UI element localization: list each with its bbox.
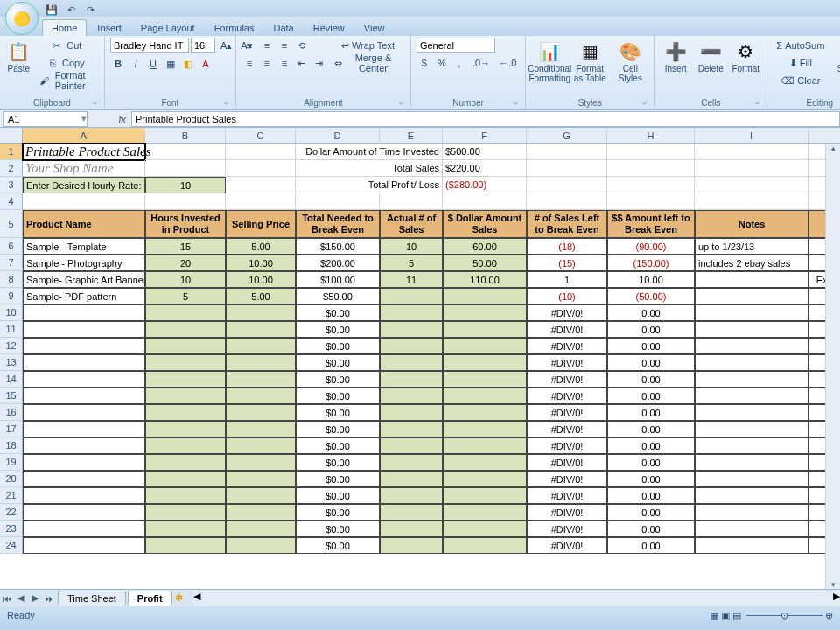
sheet-nav-first[interactable]: ⏮ — [0, 593, 14, 604]
cell[interactable]: Sample - Template — [23, 238, 145, 255]
cell[interactable]: $50.00 — [296, 288, 380, 304]
cell[interactable] — [380, 193, 443, 210]
row-header-24[interactable]: 24 — [0, 537, 23, 554]
cell[interactable] — [380, 354, 443, 371]
cell[interactable] — [695, 193, 808, 210]
cell[interactable] — [695, 177, 808, 193]
cell[interactable]: (18) — [527, 238, 607, 255]
cell[interactable] — [443, 487, 527, 504]
cell[interactable]: #DIV/0! — [527, 388, 607, 404]
cell[interactable] — [443, 521, 527, 537]
font-color-button[interactable]: A — [198, 56, 214, 72]
cell[interactable] — [443, 504, 527, 521]
formula-bar[interactable]: Printable Product Sales — [131, 111, 840, 127]
increase-decimal-button[interactable]: .0→ — [469, 55, 494, 71]
cell[interactable] — [23, 404, 145, 421]
row-header-5[interactable]: 5 — [0, 210, 23, 238]
new-sheet-button[interactable]: ✱ — [172, 592, 186, 604]
cell[interactable] — [443, 471, 527, 487]
cell[interactable] — [226, 421, 296, 438]
undo-icon[interactable]: ↶ — [63, 2, 79, 18]
cell[interactable] — [695, 454, 808, 471]
row-header-23[interactable]: 23 — [0, 521, 23, 537]
row-header-15[interactable]: 15 — [0, 388, 23, 404]
cell[interactable] — [695, 160, 808, 177]
cell[interactable]: 11 — [380, 271, 443, 288]
cell[interactable]: Notes — [695, 210, 808, 238]
cell[interactable]: ($280.00) — [443, 177, 527, 193]
row-header-6[interactable]: 6 — [0, 238, 23, 255]
cell[interactable] — [443, 404, 527, 421]
grow-font-button[interactable]: A▴ — [217, 38, 235, 53]
column-header-A[interactable]: A — [23, 128, 145, 144]
cell[interactable] — [226, 537, 296, 554]
cell[interactable] — [226, 160, 296, 177]
vertical-scrollbar[interactable] — [825, 144, 840, 589]
cells-area[interactable]: Printable Product SalesDollar Amount of … — [23, 144, 840, 554]
row-header-11[interactable]: 11 — [0, 321, 23, 338]
cell[interactable]: Selling Price — [226, 210, 296, 238]
spreadsheet-grid[interactable]: ABCDEFGHIJ 12345678910111213141516171819… — [0, 128, 840, 589]
cell[interactable]: #DIV/0! — [527, 438, 607, 454]
save-icon[interactable]: 💾 — [44, 2, 60, 18]
tab-home[interactable]: Home — [42, 19, 87, 36]
cell[interactable]: 10 — [145, 177, 226, 193]
cell[interactable]: 60.00 — [443, 238, 527, 255]
cell[interactable]: $0.00 — [296, 487, 380, 504]
cell[interactable] — [145, 193, 226, 210]
cell[interactable]: 0.00 — [607, 321, 695, 338]
cell[interactable] — [695, 404, 808, 421]
cell[interactable]: 5.00 — [226, 238, 296, 255]
column-header-G[interactable]: G — [527, 128, 607, 144]
cell[interactable]: 10 — [380, 238, 443, 255]
cell[interactable]: 5 — [380, 255, 443, 271]
cell[interactable]: 10.00 — [226, 271, 296, 288]
cell[interactable]: 10 — [145, 271, 226, 288]
cell[interactable]: Your Shop Name — [23, 160, 145, 177]
row-header-22[interactable]: 22 — [0, 504, 23, 521]
cell[interactable] — [695, 338, 808, 354]
cell[interactable]: (10) — [527, 288, 607, 304]
fx-icon[interactable]: fx — [88, 114, 131, 124]
cell[interactable] — [226, 144, 296, 160]
copy-button[interactable]: ⎘ Copy — [36, 55, 99, 71]
row-header-3[interactable]: 3 — [0, 177, 23, 193]
italic-button[interactable]: I — [128, 56, 144, 72]
cell[interactable] — [23, 454, 145, 471]
row-header-7[interactable]: 7 — [0, 255, 23, 271]
horizontal-scrollbar[interactable]: ◀▶ — [193, 591, 840, 606]
row-header-1[interactable]: 1 — [0, 144, 23, 160]
sort-filter-button[interactable]: ⇅Sort & Filter — [831, 38, 840, 83]
cell[interactable] — [443, 288, 527, 304]
column-header-C[interactable]: C — [226, 128, 296, 144]
cell[interactable]: $0.00 — [296, 537, 380, 554]
row-header-20[interactable]: 20 — [0, 471, 23, 487]
cell[interactable]: #DIV/0! — [527, 471, 607, 487]
cell[interactable] — [145, 354, 226, 371]
cell[interactable] — [443, 354, 527, 371]
cell[interactable] — [443, 537, 527, 554]
cell[interactable] — [145, 371, 226, 388]
cell[interactable]: $0.00 — [296, 438, 380, 454]
cell[interactable] — [226, 304, 296, 321]
cell[interactable] — [380, 304, 443, 321]
cell[interactable]: 5.00 — [226, 288, 296, 304]
row-header-12[interactable]: 12 — [0, 338, 23, 354]
conditional-formatting-button[interactable]: 📊Conditional Formatting — [531, 38, 568, 83]
cell[interactable] — [695, 288, 808, 304]
underline-button[interactable]: U — [145, 56, 161, 72]
cell[interactable] — [145, 487, 226, 504]
insert-cells-button[interactable]: ➕Insert — [660, 38, 691, 74]
number-format-combo[interactable] — [416, 38, 495, 53]
cell[interactable] — [23, 521, 145, 537]
cell[interactable]: Sample - Photography — [23, 255, 145, 271]
cell[interactable]: 10.00 — [607, 271, 695, 288]
cell[interactable]: 0.00 — [607, 537, 695, 554]
cell[interactable] — [443, 304, 527, 321]
cell[interactable] — [145, 338, 226, 354]
cell[interactable] — [380, 338, 443, 354]
cell[interactable]: #DIV/0! — [527, 504, 607, 521]
cell[interactable] — [695, 504, 808, 521]
row-header-13[interactable]: 13 — [0, 354, 23, 371]
cell[interactable] — [527, 144, 607, 160]
